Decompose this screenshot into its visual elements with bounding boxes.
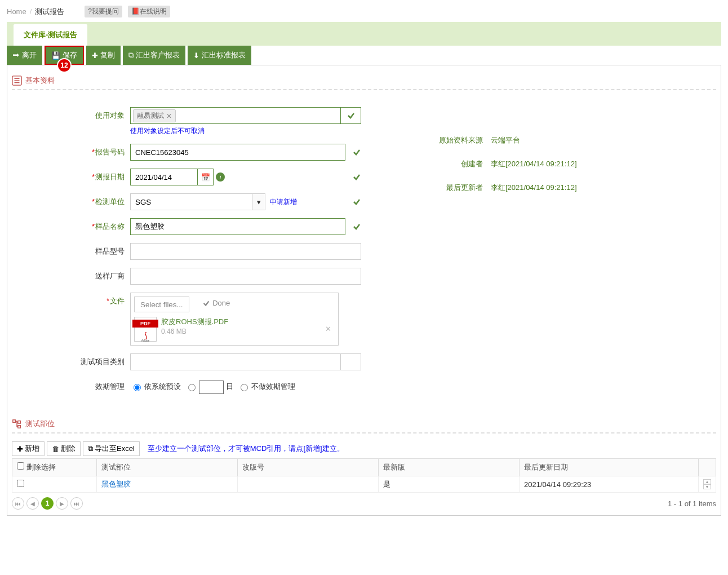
target-confirm[interactable] bbox=[341, 107, 361, 124]
check-icon bbox=[352, 169, 361, 185]
pdf-icon: PDF ⟆ Adobe bbox=[134, 317, 157, 342]
test-category-input[interactable] bbox=[130, 353, 341, 370]
label-updater: 最后更新者 bbox=[418, 183, 491, 193]
apply-new-link[interactable]: 申请新增 bbox=[270, 197, 297, 207]
sample-name-input[interactable] bbox=[130, 218, 345, 235]
info-icon[interactable]: i bbox=[216, 172, 225, 182]
select-all-checkbox[interactable] bbox=[17, 462, 24, 470]
section-parts-title: 测试部位 bbox=[25, 419, 55, 429]
pager-next[interactable]: ▶ bbox=[56, 497, 68, 510]
calendar-icon[interactable]: 📅 bbox=[198, 169, 214, 185]
label-target: 使用对象 bbox=[68, 107, 130, 121]
download-icon: ⬇ bbox=[193, 51, 199, 60]
row-checkbox[interactable] bbox=[17, 480, 24, 487]
expire-opt1-label: 依系统预设 bbox=[144, 382, 181, 391]
target-tag: 融易测試 ✕ bbox=[133, 109, 176, 122]
expire-opt-days-radio[interactable] bbox=[188, 384, 196, 391]
breadcrumb-home[interactable]: Home bbox=[7, 7, 26, 16]
export-standard-button[interactable]: ⬇汇出标准报表 bbox=[188, 46, 251, 65]
svg-rect-5 bbox=[18, 421, 21, 424]
delete-part-button[interactable]: 🗑删除 bbox=[47, 441, 81, 456]
sample-model-input[interactable] bbox=[130, 243, 361, 260]
expire-radio-group: 依系统预设 日 不做效期管理 bbox=[130, 378, 361, 394]
report-date-input[interactable] bbox=[130, 169, 198, 185]
copy-button[interactable]: ✚复制 bbox=[86, 46, 121, 65]
plus-icon: ✚ bbox=[17, 445, 23, 453]
expire-day-unit: 日 bbox=[226, 382, 233, 391]
export-customer-button[interactable]: ⧉汇出客户报表 bbox=[123, 46, 185, 65]
target-input-wrap[interactable]: 融易测試 ✕ bbox=[130, 107, 341, 124]
label-unit: *检测单位 bbox=[68, 193, 130, 207]
col-updated[interactable]: 最后更新日期 bbox=[520, 459, 699, 476]
export-excel-button[interactable]: ⧉导出至Excel bbox=[83, 441, 140, 456]
tab-file-report[interactable]: 文件库-测试报告 bbox=[14, 24, 87, 46]
col-latest[interactable]: 最新版 bbox=[379, 459, 520, 476]
file-drop-area: Select files... Done PDF ⟆ Adobe bbox=[130, 293, 339, 346]
file-name-link[interactable]: 胶皮ROHS测报.PDF bbox=[161, 317, 228, 326]
label-sample-model: 样品型号 bbox=[68, 243, 130, 256]
leave-button[interactable]: ⮕离开 bbox=[7, 46, 42, 65]
value-creator: 李红[2021/04/14 09:21:12] bbox=[491, 159, 577, 169]
pager-prev[interactable]: ◀ bbox=[26, 497, 39, 510]
tree-icon bbox=[12, 419, 22, 429]
expire-opt1-radio[interactable] bbox=[134, 384, 141, 391]
remove-tag-icon[interactable]: ✕ bbox=[166, 112, 172, 120]
file-size-label: 0.46 MB bbox=[161, 328, 187, 335]
svg-rect-6 bbox=[18, 426, 21, 428]
label-supplier: 送样厂商 bbox=[68, 268, 130, 281]
label-expire: 效期管理 bbox=[68, 378, 130, 392]
pager-last[interactable]: ⏭ bbox=[70, 497, 83, 510]
check-icon bbox=[352, 193, 361, 210]
col-spacer bbox=[699, 459, 716, 476]
form-area: 使用对象 融易测試 ✕ 使用对象设定后不可取消 bbox=[12, 107, 716, 402]
parts-toolbar: ✚新增 🗑删除 ⧉导出至Excel 至少建立一个测试部位，才可被MCD引用，请点… bbox=[12, 441, 716, 456]
value-source: 云端平台 bbox=[491, 135, 520, 145]
check-icon bbox=[352, 218, 361, 235]
step-badge: 12 bbox=[57, 58, 72, 73]
breadcrumb-current: 测试报告 bbox=[35, 7, 64, 17]
cell-updated: 2021/04/14 09:29:23 bbox=[520, 476, 699, 493]
expire-opt2-label: 不做效期管理 bbox=[251, 382, 295, 391]
label-source: 原始资料来源 bbox=[418, 135, 491, 145]
col-part[interactable]: 测试部位 bbox=[97, 459, 238, 476]
part-link[interactable]: 黑色塑胶 bbox=[101, 480, 131, 488]
parts-hint: 至少建立一个测试部位，才可被MCD引用，请点[新增]建立。 bbox=[148, 444, 344, 454]
excel-icon: ⧉ bbox=[88, 444, 93, 453]
excel-icon: ⧉ bbox=[128, 51, 134, 60]
save-highlight: 💾保存 12 bbox=[45, 46, 84, 65]
pager-info: 1 - 1 of 1 items bbox=[668, 499, 716, 508]
test-category-picker[interactable] bbox=[341, 353, 361, 370]
remove-file-icon[interactable]: ✕ bbox=[325, 325, 331, 333]
help-button[interactable]: 📕在线说明 bbox=[128, 6, 170, 17]
supplier-input[interactable] bbox=[130, 268, 361, 285]
row-down-icon[interactable]: ▼ bbox=[703, 484, 711, 489]
ask-button[interactable]: ?我要提问 bbox=[85, 6, 122, 17]
breadcrumb: Home / 测试报告 ?我要提问 📕在线说明 bbox=[0, 0, 728, 22]
chevron-down-icon[interactable]: ▾ bbox=[252, 193, 265, 210]
file-done-label: Done bbox=[202, 299, 230, 307]
expire-opt2-radio[interactable] bbox=[241, 384, 248, 391]
unit-select[interactable] bbox=[130, 193, 252, 210]
report-no-input[interactable] bbox=[130, 144, 345, 161]
label-file: *文件 bbox=[68, 293, 130, 306]
pager-first[interactable]: ⏮ bbox=[12, 497, 24, 510]
label-report-no: *报告号码 bbox=[68, 144, 130, 157]
pager-page-1[interactable]: 1 bbox=[41, 497, 54, 510]
list-icon bbox=[12, 76, 22, 86]
parts-grid: 删除选择 测试部位 改版号 最新版 最后更新日期 黑色塑胶 是 2021/04/… bbox=[12, 458, 716, 493]
target-hint[interactable]: 使用对象设定后不可取消 bbox=[130, 126, 205, 136]
value-updater: 李红[2021/04/14 09:21:12] bbox=[491, 183, 577, 193]
save-icon: 💾 bbox=[51, 51, 60, 60]
add-part-button[interactable]: ✚新增 bbox=[12, 441, 45, 456]
row-up-icon[interactable]: ▲ bbox=[703, 479, 711, 484]
table-row: 黑色塑胶 是 2021/04/14 09:29:23 ▲▼ bbox=[12, 476, 716, 493]
section-basic-head: 基本资料 bbox=[12, 76, 716, 90]
book-icon: 📕 bbox=[131, 7, 140, 15]
select-files-button[interactable]: Select files... bbox=[134, 297, 189, 312]
svg-rect-4 bbox=[13, 420, 16, 423]
label-creator: 创建者 bbox=[418, 159, 491, 169]
cell-rev bbox=[238, 476, 379, 493]
pager: ⏮ ◀ 1 ▶ ⏭ 1 - 1 of 1 items bbox=[12, 493, 716, 510]
col-rev[interactable]: 改版号 bbox=[238, 459, 379, 476]
expire-days-input[interactable] bbox=[199, 381, 224, 394]
